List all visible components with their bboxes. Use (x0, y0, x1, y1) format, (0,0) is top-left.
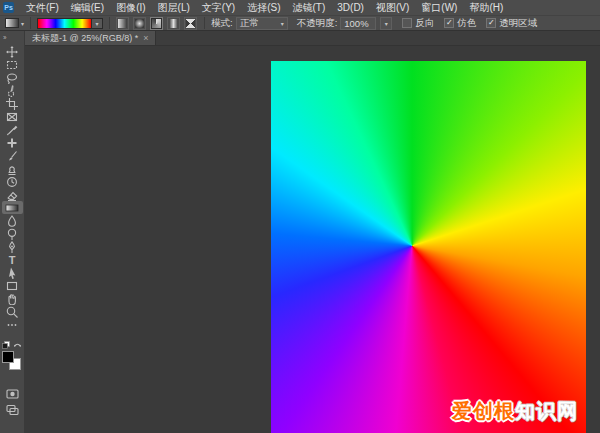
rectangular-marquee-tool[interactable] (0, 58, 25, 71)
close-tab-icon[interactable]: × (143, 33, 148, 43)
document-tab-title: 未标题-1 @ 25%(RGB/8) * (32, 32, 138, 45)
canvas-pasteboard[interactable]: 爱创根知识网 (25, 46, 600, 433)
chevron-down-icon: ▾ (21, 20, 24, 27)
gradient-picker[interactable]: ▾ (37, 18, 103, 29)
history-brush-tool[interactable] (0, 175, 25, 188)
type-tool[interactable]: T (0, 253, 25, 266)
menu-edit[interactable]: 编辑(E) (65, 0, 110, 15)
menu-help[interactable]: 帮助(H) (463, 0, 509, 15)
transparency-label: 透明区域 (499, 17, 537, 30)
menu-view[interactable]: 视图(V) (370, 0, 415, 15)
menu-bar: Ps 文件(F) 编辑(E) 图像(I) 图层(L) 文字(Y) 选择(S) 滤… (0, 0, 600, 15)
menu-layer[interactable]: 图层(L) (152, 0, 196, 15)
opacity-label: 不透明度: (297, 17, 338, 30)
menu-image[interactable]: 图像(I) (110, 0, 151, 15)
chevron-down-icon: ▾ (96, 20, 99, 27)
default-colors-icon[interactable] (2, 341, 10, 349)
chevron-down-icon: ▾ (281, 20, 284, 27)
menu-type[interactable]: 文字(Y) (196, 0, 241, 15)
swap-colors-icon[interactable] (13, 341, 22, 349)
reverse-label: 反向 (415, 17, 434, 30)
menu-3d[interactable]: 3D(D) (331, 0, 370, 15)
linear-gradient-button[interactable] (116, 17, 129, 30)
move-tool[interactable] (0, 45, 25, 58)
blend-mode-select[interactable]: 正常 ▾ (236, 17, 288, 30)
checkbox-icon: ✓ (444, 18, 454, 28)
frame-tool[interactable] (0, 110, 25, 123)
menu-window[interactable]: 窗口(W) (415, 0, 463, 15)
transparency-checkbox[interactable]: ✓ 透明区域 (486, 17, 537, 30)
clone-stamp-tool[interactable] (0, 162, 25, 175)
diamond-gradient-button[interactable] (184, 17, 197, 30)
reflected-gradient-icon (169, 19, 178, 28)
foreground-color-swatch[interactable] (2, 351, 14, 363)
gradient-picker-dropdown-button[interactable]: ▾ (92, 18, 103, 29)
pen-tool[interactable] (0, 240, 25, 253)
diamond-gradient-icon (186, 19, 195, 28)
quick-mask-button[interactable] (0, 387, 25, 400)
brush-tool[interactable] (0, 149, 25, 162)
photoshop-window: Ps 文件(F) 编辑(E) 图像(I) 图层(L) 文字(Y) 选择(S) 滤… (0, 0, 600, 433)
radial-gradient-button[interactable] (133, 17, 146, 30)
tool-preset-thumbnail-icon (5, 18, 19, 28)
lasso-tool[interactable] (0, 71, 25, 84)
path-selection-tool[interactable] (0, 266, 25, 279)
menu-select[interactable]: 选择(S) (241, 0, 286, 15)
blend-mode-value: 正常 (240, 17, 276, 30)
checkbox-icon: ✓ (402, 18, 412, 28)
color-swatches (2, 351, 22, 381)
zoom-tool[interactable] (0, 305, 25, 318)
watermark-text-secondary: 知识网 (515, 399, 578, 423)
dodge-tool[interactable] (0, 227, 25, 240)
angle-gradient-icon (152, 19, 161, 28)
gradient-image[interactable]: 爱创根知识网 (271, 61, 586, 433)
dither-label: 仿色 (457, 17, 476, 30)
gradient-tool[interactable] (2, 201, 23, 214)
linear-gradient-icon (118, 19, 127, 28)
menu-filter[interactable]: 滤镜(T) (287, 0, 332, 15)
radial-gradient-icon (135, 19, 144, 28)
edit-toolbar-button[interactable] (0, 318, 25, 331)
toolbar: ›› (0, 31, 25, 433)
tool-options-bar: ▾ ▾ 模式: 正常 ▾ 不透明度: (0, 15, 600, 31)
document-tab[interactable]: 未标题-1 @ 25%(RGB/8) * × (25, 31, 156, 45)
chevron-down-icon: ▾ (385, 20, 388, 27)
photoshop-logo-icon: Ps (3, 2, 14, 13)
gradient-preview[interactable] (37, 18, 92, 29)
quick-selection-tool[interactable] (0, 84, 25, 97)
crop-tool[interactable] (0, 97, 25, 110)
opacity-value: 100% (344, 18, 372, 29)
toolbar-expand-button[interactable]: ›› (0, 31, 6, 45)
spot-healing-brush-tool[interactable] (0, 136, 25, 149)
reflected-gradient-button[interactable] (167, 17, 180, 30)
opacity-input[interactable]: 100% (340, 17, 376, 30)
hand-tool[interactable] (0, 292, 25, 305)
reverse-checkbox[interactable]: ✓ 反向 (402, 17, 434, 30)
watermark-text-primary: 爱创根 (452, 399, 515, 423)
menu-file[interactable]: 文件(F) (20, 0, 65, 15)
tool-preset-picker[interactable]: ▾ (5, 18, 24, 28)
blur-tool[interactable] (0, 214, 25, 227)
angle-gradient-button[interactable] (150, 17, 163, 30)
document-tab-bar: 未标题-1 @ 25%(RGB/8) * × (25, 31, 600, 46)
checkbox-icon: ✓ (486, 18, 496, 28)
eyedropper-tool[interactable] (0, 123, 25, 136)
svg-text:T: T (9, 254, 16, 266)
watermark: 爱创根知识网 (452, 398, 578, 425)
mode-label: 模式: (211, 17, 233, 30)
eraser-tool[interactable] (0, 188, 25, 201)
opacity-dropdown-button[interactable]: ▾ (380, 17, 392, 30)
screen-mode-button[interactable] (0, 403, 25, 416)
dither-checkbox[interactable]: ✓ 仿色 (444, 17, 476, 30)
rectangle-tool[interactable] (0, 279, 25, 292)
